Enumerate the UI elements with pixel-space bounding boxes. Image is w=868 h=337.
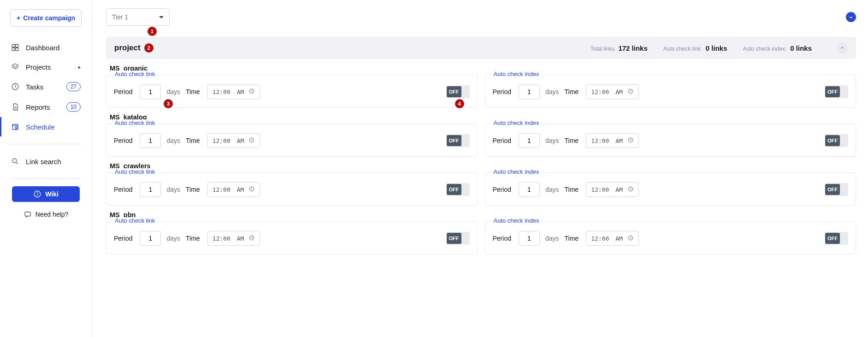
svg-marker-4 <box>12 64 18 67</box>
svg-point-10 <box>15 127 18 129</box>
collapse-project-button[interactable] <box>837 42 848 53</box>
period-input[interactable] <box>140 84 161 99</box>
clock-icon <box>627 137 634 145</box>
sidebar-item-label: Tasks <box>26 83 43 91</box>
period-input[interactable] <box>140 231 161 246</box>
time-input[interactable]: 12:00 AM <box>207 231 260 246</box>
auto-check-link-fieldset: Auto check link Period days Time 12:00 A… <box>106 172 478 206</box>
annotation-2: 2 <box>144 43 154 53</box>
create-campaign-label: Create campaign <box>23 14 75 22</box>
toggle-state: OFF <box>825 135 840 146</box>
fieldset-legend: Auto check index <box>491 168 542 175</box>
time-value: 12:00 <box>591 186 609 193</box>
auto-check-index-label: Auto check index: <box>743 46 787 52</box>
time-input[interactable]: 12:00 AM <box>586 133 639 148</box>
time-label: Time <box>186 88 200 95</box>
divider <box>10 144 82 144</box>
auto-check-link-fieldset: Auto check link Period days Time 12:00 A… <box>106 124 478 157</box>
period-input[interactable] <box>519 231 540 246</box>
fieldset-legend: Auto check index <box>491 217 542 224</box>
tier-select[interactable]: Tier 1 <box>106 8 170 26</box>
auto-check-link-value: 0 links <box>706 44 727 52</box>
days-label: days <box>166 235 180 242</box>
toggle-switch[interactable]: OFF <box>447 232 470 245</box>
time-input[interactable]: 12:00 AM <box>207 84 260 99</box>
time-value: 12:00 <box>213 235 230 242</box>
time-ampm: AM <box>237 89 244 95</box>
sidebar-item-reports[interactable]: Reports 10 <box>0 97 92 117</box>
sidebar: + Create campaign Dashboard Projects ▸ T… <box>0 0 92 337</box>
create-campaign-button[interactable]: + Create campaign <box>10 9 82 27</box>
toggle-switch[interactable]: OFF <box>825 85 848 98</box>
expand-all-button[interactable] <box>846 12 856 22</box>
auto-check-index-fieldset: Auto check index Period days Time 12:00 … <box>485 172 856 206</box>
period-input[interactable] <box>519 133 540 148</box>
toggle-switch[interactable]: OFF <box>825 232 848 245</box>
sidebar-item-label: Schedule <box>26 123 55 131</box>
schedule-section: MS_crawlers Auto check link Period days … <box>106 162 856 206</box>
period-input[interactable] <box>519 84 540 99</box>
section-title: MS_crawlers <box>110 162 856 170</box>
auto-check-index-value: 0 links <box>790 44 812 52</box>
svg-rect-16 <box>25 212 30 216</box>
toggle-state: OFF <box>825 184 840 195</box>
days-label: days <box>166 137 180 144</box>
wiki-label: Wiki <box>45 190 59 198</box>
svg-rect-3 <box>16 48 18 51</box>
sidebar-item-tasks[interactable]: Tasks 27 <box>0 77 92 97</box>
toggle-switch[interactable]: OFF <box>447 85 470 98</box>
sidebar-item-label: Projects <box>26 63 51 71</box>
divider <box>10 178 82 179</box>
total-links-value: 172 links <box>618 44 647 52</box>
clock-icon <box>627 235 634 242</box>
days-label: days <box>545 88 559 95</box>
time-input[interactable]: 12:00 AM <box>207 133 260 148</box>
auto-check-index-fieldset: Auto check index Period days Time 12:00 … <box>485 124 856 157</box>
fieldset-legend: Auto check link <box>112 217 158 224</box>
time-value: 12:00 <box>591 137 609 144</box>
schedule-section: MS_katalog Auto check link Period days T… <box>106 113 856 157</box>
time-input[interactable]: 12:00 AM <box>207 182 260 197</box>
time-label: Time <box>565 186 579 193</box>
toggle-state: OFF <box>447 184 461 195</box>
period-label: Period <box>493 137 511 144</box>
time-label: Time <box>186 137 200 144</box>
time-input[interactable]: 12:00 AM <box>586 182 639 197</box>
clock-icon <box>248 88 255 96</box>
section-title: MS_organic <box>110 65 856 72</box>
svg-line-12 <box>16 162 18 164</box>
search-icon <box>11 157 19 166</box>
period-input[interactable] <box>140 133 161 148</box>
period-input[interactable] <box>519 182 540 197</box>
clock-icon <box>248 186 255 194</box>
toggle-switch[interactable]: OFF <box>447 183 470 196</box>
tasks-count-badge: 27 <box>66 82 81 91</box>
auto-check-link-fieldset: Auto check link Period days Time 12:00 A… <box>106 221 478 254</box>
toggle-switch[interactable]: OFF <box>447 134 470 147</box>
time-input[interactable]: 12:00 AM <box>586 84 639 99</box>
period-label: Period <box>114 186 132 193</box>
period-label: Period <box>493 88 511 95</box>
time-label: Time <box>186 235 200 242</box>
project-stats: Total links172 links Auto check link:0 l… <box>590 42 848 53</box>
annotation-4: 4 <box>455 99 464 108</box>
time-ampm: AM <box>237 235 244 242</box>
time-ampm: AM <box>615 89 623 95</box>
toggle-switch[interactable]: OFF <box>825 183 848 196</box>
sidebar-item-schedule[interactable]: Schedule <box>0 117 92 136</box>
svg-rect-0 <box>12 44 15 47</box>
section-title: MS_pbn <box>110 211 856 219</box>
time-input[interactable]: 12:00 AM <box>586 231 639 246</box>
wiki-button[interactable]: Wiki <box>12 186 80 202</box>
period-label: Period <box>493 235 511 242</box>
clock-icon <box>627 186 634 194</box>
sidebar-item-link-search[interactable]: Link search <box>0 152 92 171</box>
period-label: Period <box>114 235 132 242</box>
toggle-switch[interactable]: OFF <box>825 134 848 147</box>
sidebar-item-projects[interactable]: Projects ▸ <box>0 57 92 77</box>
need-help-link[interactable]: Need help? <box>0 210 92 219</box>
time-value: 12:00 <box>591 235 609 242</box>
schedule-icon <box>11 123 19 131</box>
period-input[interactable] <box>140 182 161 197</box>
sidebar-item-dashboard[interactable]: Dashboard <box>0 38 92 57</box>
